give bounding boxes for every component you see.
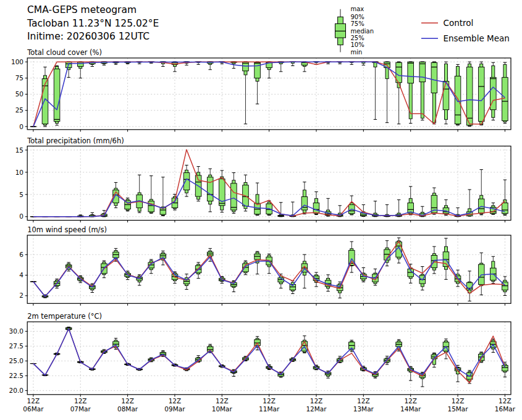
y-tick-label: 27.5 [9, 342, 23, 350]
x-tick-date-label: 10Mar [212, 405, 233, 413]
meteogram-chart: max90%75%median25%10%minControlEnsemble … [0, 0, 522, 420]
x-tick-date-label: 06Mar [23, 405, 44, 413]
x-tick-time-label: 12Z [499, 397, 511, 405]
y-tick-label: 4 [19, 271, 23, 279]
box-25-75 [231, 183, 237, 210]
x-tick-time-label: 12Z [121, 397, 134, 405]
legend-quantile-label: 75% [351, 20, 364, 27]
panel-title: 2m temperature (°C) [27, 312, 102, 321]
box-25-75 [455, 76, 461, 124]
panel-title: Total cloud cover (%) [27, 48, 102, 57]
box-25-75 [54, 69, 60, 122]
legend-quantile-label: min [351, 49, 363, 56]
box-25-75 [408, 62, 414, 83]
y-tick-label: 20.0 [9, 387, 23, 394]
x-tick-time-label: 12Z [357, 397, 370, 405]
y-tick-label: 6 [19, 251, 23, 258]
x-tick-time-label: 12Z [216, 397, 229, 405]
legend-quantile-label: 10% [351, 41, 364, 48]
y-tick-label: 10 [15, 169, 23, 176]
x-tick-date-label: 14Mar [400, 405, 421, 413]
panel-0: 0255075100Total cloud cover (%) [11, 48, 511, 132]
y-tick-label: 25 [15, 106, 23, 114]
x-tick-time-label: 12Z [74, 397, 87, 405]
x-tick-date-label: 07Mar [70, 405, 91, 413]
panel-2: 24610m wind speed (m/s) [19, 225, 511, 306]
legend-entry-label: Ensemble Mean [444, 33, 510, 43]
y-tick-label: 75 [15, 74, 23, 82]
x-tick-time-label: 12Z [404, 397, 417, 405]
panel-title: 10m wind speed (m/s) [27, 225, 107, 234]
legend-quantile-label: max [351, 6, 364, 12]
x-tick-time-label: 12Z [169, 397, 182, 405]
y-tick-label: 100 [11, 58, 23, 65]
y-tick-label: 22.5 [9, 372, 23, 379]
legend-quantile-label: median [351, 28, 374, 35]
box-25-75 [466, 67, 473, 125]
box-25-75 [502, 203, 508, 213]
box-25-75 [301, 196, 308, 210]
x-tick-time-label: 12Z [452, 397, 465, 405]
box-25-75 [148, 201, 154, 212]
y-tick-label: 0 [19, 212, 23, 220]
box-25-75 [502, 77, 508, 120]
x-tick-time-label: 12Z [263, 397, 276, 405]
x-tick-date-label: 16Mar [495, 405, 516, 413]
x-tick-date-label: 13Mar [353, 405, 374, 413]
y-tick-label: 2 [19, 292, 23, 299]
panel-3: 20.022.525.027.530.02m temperature (°C) [9, 312, 511, 397]
y-tick-label: 50 [15, 90, 23, 98]
x-tick-date-label: 09Mar [164, 405, 185, 413]
x-tick-time-label: 12Z [310, 397, 323, 405]
y-tick-label: 5 [19, 191, 23, 198]
x-tick-time-label: 12Z [27, 397, 40, 405]
panel-title: Total precipitation (mm/6h) [27, 136, 124, 145]
x-tick-date-label: 08Mar [117, 405, 138, 413]
panel-1: 051015Total precipitation (mm/6h) [15, 136, 511, 223]
box-25-75 [419, 62, 426, 82]
y-tick-label: 30.0 [9, 327, 23, 335]
legend-entry-label: Control [444, 18, 474, 28]
legend-quantile-label: 90% [351, 14, 364, 20]
y-tick-label: 15 [15, 146, 23, 154]
y-tick-label: 0 [19, 123, 23, 130]
box-25-75 [77, 62, 83, 66]
meteogram-page: CMA-GEPS meteogram Tacloban 11.23°N 125.… [0, 0, 522, 420]
x-tick-date-label: 12Mar [306, 405, 327, 413]
box-25-75 [207, 177, 213, 201]
box-25-75 [183, 173, 190, 190]
box-25-75 [313, 203, 319, 213]
x-tick-date-label: 15Mar [447, 405, 468, 413]
y-tick-label: 25.0 [9, 357, 23, 364]
box-25-75 [478, 67, 484, 122]
legend-quantile-label: 25% [351, 35, 364, 41]
x-tick-date-label: 11Mar [259, 405, 280, 413]
